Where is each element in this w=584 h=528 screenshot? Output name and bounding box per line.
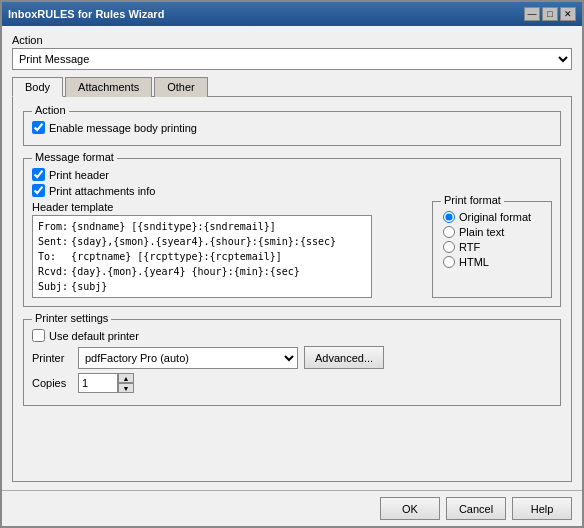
print-format-title: Print format: [441, 194, 504, 206]
table-row: Sent: {sday},{smon}.{syear4}.{shour}:{sm…: [38, 234, 339, 249]
header-template-row: Header template From: {sndname} [{sndity…: [32, 201, 552, 298]
print-header-label: Print header: [49, 169, 109, 181]
header-value-from: {sndname} [{snditype}:{sndremail}]: [71, 219, 339, 234]
use-default-printer-checkbox[interactable]: [32, 329, 45, 342]
enable-body-printing-row: Enable message body printing: [32, 121, 552, 134]
printer-settings-label: Printer settings: [32, 312, 111, 324]
format-html-label: HTML: [459, 256, 489, 268]
format-rtf-row: RTF: [443, 241, 541, 253]
advanced-button[interactable]: Advanced...: [304, 346, 384, 369]
header-template-section: Header template From: {sndname} [{sndity…: [32, 201, 422, 298]
use-default-printer-label: Use default printer: [49, 330, 139, 342]
action-select[interactable]: Print Message: [12, 48, 572, 70]
header-value-to: {rcptname} [{rcpttype}:{rcptemail}]: [71, 249, 339, 264]
header-template-table: From: {sndname} [{snditype}:{sndremail}]…: [38, 219, 339, 294]
window-title: InboxRULES for Rules Wizard: [8, 8, 164, 20]
printer-label: Printer: [32, 352, 72, 364]
print-header-row: Print header: [32, 168, 552, 181]
window-controls: — □ ✕: [524, 7, 576, 21]
tab-content-body: Action Enable message body printing Mess…: [12, 97, 572, 482]
print-format-box: Print format Original format Plain text: [432, 201, 552, 298]
minimize-button[interactable]: —: [524, 7, 540, 21]
header-field-subj: Subj:: [38, 279, 71, 294]
format-plaintext-label: Plain text: [459, 226, 504, 238]
title-bar: InboxRULES for Rules Wizard — □ ✕: [2, 2, 582, 26]
print-attachments-label: Print attachments info: [49, 185, 155, 197]
close-button[interactable]: ✕: [560, 7, 576, 21]
header-value-sent: {sday},{smon}.{syear4}.{shour}:{smin}:{s…: [71, 234, 339, 249]
copies-input-wrap: ▲ ▼: [78, 373, 134, 393]
action-section: Action Print Message: [12, 34, 572, 70]
enable-body-printing-label: Enable message body printing: [49, 122, 197, 134]
format-html-row: HTML: [443, 256, 541, 268]
enable-body-printing-checkbox[interactable]: [32, 121, 45, 134]
help-button[interactable]: Help: [512, 497, 572, 520]
format-plaintext-row: Plain text: [443, 226, 541, 238]
action-group-box: Action Enable message body printing: [23, 111, 561, 146]
header-field-to: To:: [38, 249, 71, 264]
header-value-rcvd: {day}.{mon}.{year4} {hour}:{min}:{sec}: [71, 264, 339, 279]
format-plaintext-radio[interactable]: [443, 226, 455, 238]
header-field-rcvd: Rcvd:: [38, 264, 71, 279]
header-field-sent: Sent:: [38, 234, 71, 249]
print-header-checkbox[interactable]: [32, 168, 45, 181]
copies-down-button[interactable]: ▼: [118, 383, 134, 393]
copies-label: Copies: [32, 377, 72, 389]
tab-attachments[interactable]: Attachments: [65, 77, 152, 97]
message-format-group-box: Message format Print header Print attach…: [23, 158, 561, 307]
copies-up-button[interactable]: ▲: [118, 373, 134, 383]
header-field-from: From:: [38, 219, 71, 234]
maximize-button[interactable]: □: [542, 7, 558, 21]
use-default-printer-row: Use default printer: [32, 329, 552, 342]
print-attachments-checkbox[interactable]: [32, 184, 45, 197]
message-format-label: Message format: [32, 151, 117, 163]
format-original-radio[interactable]: [443, 211, 455, 223]
tab-bar: Body Attachments Other: [12, 76, 572, 97]
printer-row: Printer pdfFactory Pro (auto) Advanced..…: [32, 346, 552, 369]
printer-settings-group-box: Printer settings Use default printer Pri…: [23, 319, 561, 406]
action-label: Action: [12, 34, 572, 46]
format-original-row: Original format: [443, 211, 541, 223]
cancel-button[interactable]: Cancel: [446, 497, 506, 520]
format-rtf-radio[interactable]: [443, 241, 455, 253]
printer-select[interactable]: pdfFactory Pro (auto): [78, 347, 298, 369]
table-row: To: {rcptname} [{rcpttype}:{rcptemail}]: [38, 249, 339, 264]
format-html-radio[interactable]: [443, 256, 455, 268]
table-row: Rcvd: {day}.{mon}.{year4} {hour}:{min}:{…: [38, 264, 339, 279]
table-row: From: {sndname} [{snditype}:{sndremail}]: [38, 219, 339, 234]
header-template-label: Header template: [32, 201, 422, 213]
copies-input[interactable]: [78, 373, 118, 393]
tab-other[interactable]: Other: [154, 77, 208, 97]
main-window: InboxRULES for Rules Wizard — □ ✕ Action…: [0, 0, 584, 528]
ok-button[interactable]: OK: [380, 497, 440, 520]
tab-body[interactable]: Body: [12, 77, 63, 97]
bottom-bar: OK Cancel Help: [2, 490, 582, 526]
header-value-subj: {subj}: [71, 279, 339, 294]
format-rtf-label: RTF: [459, 241, 480, 253]
main-content: Action Print Message Body Attachments Ot…: [2, 26, 582, 490]
format-original-label: Original format: [459, 211, 531, 223]
action-group-label: Action: [32, 104, 69, 116]
action-row: Print Message: [12, 48, 572, 70]
copies-row: Copies ▲ ▼: [32, 373, 552, 393]
table-row: Subj: {subj}: [38, 279, 339, 294]
header-template-box: From: {sndname} [{snditype}:{sndremail}]…: [32, 215, 372, 298]
copies-spinner: ▲ ▼: [118, 373, 134, 393]
